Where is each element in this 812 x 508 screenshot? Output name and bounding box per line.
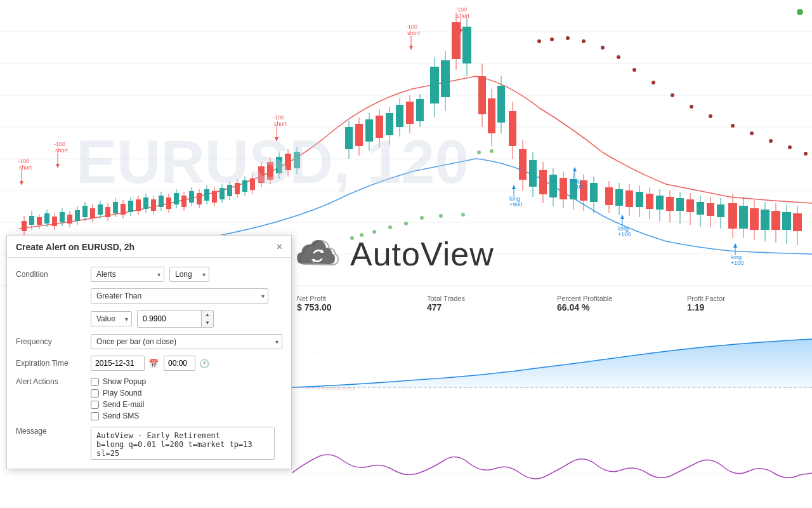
condition-label: Condition: [16, 270, 86, 279]
value-type-wrapper[interactable]: Value Open High Low Close: [91, 311, 132, 326]
svg-rect-88: [219, 188, 225, 199]
svg-point-34: [804, 152, 808, 156]
svg-rect-100: [267, 162, 273, 180]
svg-marker-213: [512, 185, 516, 189]
send-sms-checkbox[interactable]: [91, 412, 99, 420]
expiration-time-input[interactable]: [164, 356, 195, 371]
comparison-row: Greater Than Less Than Equal To Crossing: [91, 288, 282, 304]
svg-point-17: [477, 150, 481, 154]
svg-rect-70: [151, 199, 156, 211]
play-sound-item[interactable]: Play Sound: [91, 389, 146, 398]
value-input[interactable]: [138, 312, 201, 326]
svg-rect-140: [519, 149, 527, 180]
value-stepper[interactable]: ▲ ▼: [201, 311, 213, 327]
svg-rect-178: [717, 204, 724, 217]
show-popup-checkbox[interactable]: [91, 378, 99, 386]
svg-text:+100: +100: [731, 260, 743, 266]
svg-rect-72: [159, 196, 164, 207]
clock-icon[interactable]: 🕐: [199, 359, 209, 368]
svg-point-29: [709, 114, 712, 118]
svg-rect-62: [121, 204, 126, 215]
svg-text:short: short: [407, 30, 421, 36]
svg-point-15: [439, 214, 443, 218]
svg-marker-196: [56, 164, 60, 168]
frequency-wrapper[interactable]: Once per bar (on close) Once per bar Eve…: [91, 334, 282, 349]
svg-rect-148: [560, 178, 567, 199]
total-trades-stat: Total Trades 477: [422, 293, 552, 314]
condition-type-select[interactable]: Alerts Crossing Crossing Up Crossing Dow…: [91, 267, 164, 282]
svg-rect-64: [128, 201, 133, 212]
value-step-up[interactable]: ▲: [202, 311, 213, 319]
dialog-header: Create Alert on EURUSD, 2h ×: [7, 236, 291, 258]
svg-rect-54: [90, 208, 95, 218]
svg-rect-36: [22, 221, 27, 231]
svg-rect-188: [771, 211, 780, 230]
condition-row: Condition Alerts Crossing Crossing Up Cr…: [16, 267, 282, 282]
svg-point-10: [360, 233, 363, 237]
svg-text:+100: +100: [570, 184, 583, 190]
value-step-down[interactable]: ▼: [202, 319, 213, 327]
svg-text:short: short: [19, 164, 32, 171]
send-email-item[interactable]: Send E-mail: [91, 400, 146, 409]
svg-rect-182: [739, 206, 748, 229]
svg-marker-221: [620, 215, 624, 219]
comparison-wrapper[interactable]: Greater Than Less Than Equal To Crossing: [91, 288, 268, 304]
svg-rect-108: [345, 127, 353, 149]
svg-rect-144: [539, 170, 547, 194]
svg-marker-200: [20, 181, 23, 185]
svg-rect-160: [625, 190, 633, 207]
svg-rect-186: [761, 210, 769, 230]
svg-rect-98: [258, 166, 265, 183]
message-textarea[interactable]: AutoView - Early Retirement b=long q=0.0…: [91, 427, 275, 460]
play-sound-checkbox[interactable]: [91, 389, 99, 398]
percent-profitable-stat: Percent Profitable 66.04 %: [552, 293, 682, 314]
svg-text:-100: -100: [18, 158, 29, 164]
stats-bar: Net Profit $ 753.00 Total Trades 477 Per…: [292, 293, 812, 314]
svg-rect-128: [452, 22, 461, 59]
svg-point-32: [769, 139, 773, 143]
svg-rect-134: [488, 98, 495, 133]
svg-rect-116: [386, 113, 393, 135]
svg-rect-50: [75, 210, 80, 221]
calendar-icon[interactable]: 📅: [148, 359, 159, 368]
svg-rect-180: [728, 203, 737, 229]
value-input-wrapper[interactable]: ▲ ▼: [137, 310, 214, 328]
send-email-checkbox[interactable]: [91, 401, 99, 409]
svg-rect-124: [430, 67, 439, 104]
svg-rect-164: [646, 194, 653, 209]
svg-rect-74: [166, 197, 171, 209]
svg-rect-40: [37, 217, 42, 225]
svg-point-25: [632, 68, 636, 72]
svg-rect-110: [355, 124, 363, 146]
svg-rect-106: [294, 152, 300, 168]
svg-text:+900: +900: [509, 201, 522, 208]
condition-direction-select[interactable]: Long Short Any: [169, 267, 209, 282]
svg-rect-80: [189, 191, 194, 203]
svg-rect-90: [227, 185, 232, 196]
svg-point-20: [550, 37, 554, 41]
value-type-select[interactable]: Value Open High Low Close: [91, 311, 132, 326]
condition-type-wrapper[interactable]: Alerts Crossing Crossing Up Crossing Dow…: [91, 267, 164, 282]
percent-profitable-label: Percent Profitable: [557, 295, 677, 302]
svg-rect-166: [656, 196, 664, 210]
svg-rect-136: [497, 86, 505, 123]
show-popup-item[interactable]: Show Popup: [91, 377, 146, 386]
condition-direction-wrapper[interactable]: Long Short Any: [169, 267, 209, 282]
svg-rect-114: [376, 116, 383, 138]
svg-text:short: short: [457, 13, 470, 19]
close-dialog-button[interactable]: ×: [277, 242, 282, 252]
total-trades-label: Total Trades: [427, 295, 547, 302]
svg-rect-48: [67, 215, 72, 224]
svg-rect-82: [197, 193, 202, 204]
svg-rect-112: [365, 119, 373, 142]
message-row: Message AutoView - Early Retirement b=lo…: [16, 427, 282, 460]
send-sms-item[interactable]: Send SMS: [91, 411, 146, 420]
net-profit-stat: Net Profit $ 753.00: [292, 293, 422, 314]
svg-rect-76: [174, 193, 179, 204]
expiration-date-input[interactable]: [91, 356, 145, 371]
svg-rect-170: [676, 198, 684, 211]
svg-rect-172: [686, 199, 694, 212]
frequency-select[interactable]: Once per bar (on close) Once per bar Eve…: [91, 334, 282, 349]
svg-rect-184: [750, 208, 759, 230]
comparison-select[interactable]: Greater Than Less Than Equal To Crossing: [91, 288, 268, 304]
